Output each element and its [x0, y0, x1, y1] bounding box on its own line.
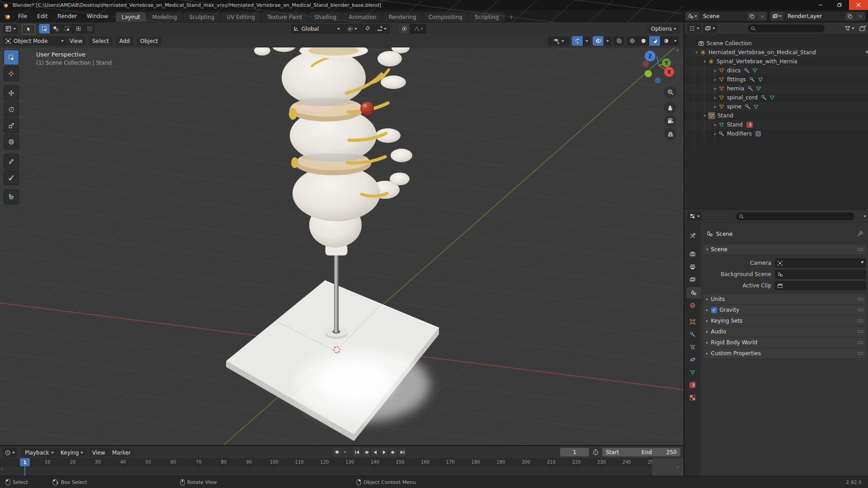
- outliner-item-label[interactable]: Scene Collection: [707, 40, 752, 47]
- pivot-point-dropdown[interactable]: [340, 24, 363, 33]
- outliner-row-scene-collection[interactable]: Scene Collection: [684, 39, 868, 48]
- outliner-row-spine[interactable]: ▸spine: [684, 102, 868, 111]
- expand-caret[interactable]: ▸: [712, 86, 718, 91]
- view-layer-remove-button[interactable]: [855, 12, 865, 21]
- select-mode-box[interactable]: [50, 24, 61, 33]
- properties-tab-scene[interactable]: [686, 287, 701, 299]
- gizmo-x-axis[interactable]: X: [664, 67, 674, 77]
- mesh-data-icon[interactable]: [752, 67, 758, 74]
- view-layer-browse-button[interactable]: [770, 12, 783, 21]
- frame-end-field[interactable]: End250: [638, 448, 680, 456]
- menu-object[interactable]: Object: [137, 36, 161, 46]
- wrench-icon[interactable]: [749, 76, 755, 83]
- outliner-item-label[interactable]: hernia: [727, 85, 744, 92]
- select-mode-tweak[interactable]: [39, 24, 50, 33]
- expand-caret[interactable]: ▾: [693, 50, 700, 55]
- properties-tab-output[interactable]: [684, 261, 701, 273]
- view-layer-new-button[interactable]: [845, 12, 855, 21]
- play-reverse-button[interactable]: [371, 448, 379, 456]
- properties-tab-object-data[interactable]: [684, 366, 701, 378]
- outliner-item-label[interactable]: discs: [727, 67, 741, 74]
- properties-tab-texture[interactable]: [684, 392, 701, 404]
- properties-tab-view-layer[interactable]: [684, 274, 701, 286]
- new-collection-button[interactable]: [859, 25, 866, 32]
- panel-custom-properties[interactable]: ▸Custom Properties: [703, 348, 866, 358]
- properties-tab-material[interactable]: [684, 379, 701, 391]
- expand-caret[interactable]: ▸: [712, 104, 718, 109]
- scene-new-button[interactable]: [747, 12, 757, 21]
- proportional-falloff-dropdown[interactable]: [410, 24, 426, 33]
- shading-rendered-button[interactable]: [660, 36, 671, 46]
- camera-field[interactable]: [775, 258, 866, 267]
- viewport-sidebar-collapse-icon[interactable]: ‹: [676, 47, 679, 53]
- properties-tab-physics[interactable]: [684, 354, 701, 366]
- transform-orientation-dropdown[interactable]: Global: [291, 24, 342, 33]
- jump-to-start-button[interactable]: [353, 448, 361, 456]
- timeline-channels-expand-icon[interactable]: ›: [1, 466, 3, 472]
- tool-select-box-button[interactable]: [4, 50, 19, 65]
- menu-marker[interactable]: Marker: [108, 448, 134, 457]
- panel-audio[interactable]: ▸Audio: [703, 327, 866, 337]
- select-mode-lasso[interactable]: [73, 24, 84, 33]
- outliner-item-label[interactable]: Stand: [727, 122, 743, 128]
- gizmos-dropdown[interactable]: [583, 36, 590, 46]
- play-button[interactable]: [380, 448, 388, 456]
- outliner-row-spinal_cord[interactable]: ▸spinal_cord: [684, 93, 868, 102]
- expand-caret[interactable]: ▸: [712, 77, 718, 82]
- object-visibility-dropdown[interactable]: [548, 36, 570, 46]
- panel-units[interactable]: ▸Units: [703, 294, 866, 304]
- active-clip-field[interactable]: [775, 281, 866, 290]
- panel-grip[interactable]: [857, 308, 863, 312]
- current-frame-line[interactable]: [24, 466, 25, 477]
- shading-solid-button[interactable]: [638, 36, 649, 46]
- outliner-row-herniated_vertebrae_on_medical_stand[interactable]: ▾Herniated_Vertebrae_on_Medical_Stand: [684, 48, 868, 57]
- menu-view[interactable]: View: [66, 36, 86, 46]
- close-button[interactable]: [849, 0, 868, 10]
- properties-tab-object[interactable]: [684, 316, 701, 328]
- material-icon[interactable]: [746, 121, 753, 128]
- wrench-icon[interactable]: [744, 67, 750, 74]
- expand-caret[interactable]: ▸: [712, 95, 718, 100]
- shading-dropdown[interactable]: [672, 36, 679, 46]
- outliner-row-spinal_vertebrae_with_hernia[interactable]: ▾Spinal_Vertebrae_with_Hernia: [684, 57, 868, 66]
- timeline-editor-type-button[interactable]: [3, 448, 17, 457]
- hide-toggle-eye-icon[interactable]: [865, 49, 868, 55]
- tool-rotate-button[interactable]: [4, 102, 19, 117]
- outliner-item-label[interactable]: spine: [727, 103, 741, 110]
- panel-grip[interactable]: [857, 330, 863, 333]
- timeline-ruler[interactable]: 1020304050607080901001101201301401501601…: [0, 458, 652, 467]
- wrench-icon[interactable]: [745, 103, 751, 110]
- outliner-item-label[interactable]: Herniated_Vertebrae_on_Medical_Stand: [708, 49, 816, 56]
- scene-panel-header[interactable]: ▾ Scene: [703, 244, 866, 254]
- hernia-bulge[interactable]: [360, 102, 374, 115]
- mesh-data-icon[interactable]: [757, 76, 764, 83]
- mode-dropdown[interactable]: Object Mode: [3, 36, 66, 46]
- use-preview-range-toggle[interactable]: [592, 449, 599, 455]
- options-dropdown[interactable]: Options: [647, 24, 680, 33]
- pan-view-button[interactable]: [664, 102, 676, 114]
- stand-pole[interactable]: [334, 251, 339, 333]
- zoom-view-button[interactable]: [664, 86, 676, 98]
- tool-add-cube-button[interactable]: [4, 189, 19, 205]
- subsurf-icon[interactable]: [755, 131, 761, 137]
- menu-playback[interactable]: Playback: [21, 448, 57, 457]
- mesh-data-icon[interactable]: [769, 94, 775, 101]
- menu-add[interactable]: Add: [116, 36, 133, 46]
- timeline-tracks[interactable]: [0, 467, 684, 477]
- menu-select[interactable]: Select: [89, 36, 113, 46]
- wrench-icon[interactable]: [747, 85, 754, 92]
- outliner-item-label[interactable]: Stand: [717, 113, 733, 119]
- wrench-icon[interactable]: [761, 94, 767, 101]
- mesh-data-icon[interactable]: [753, 103, 759, 110]
- shading-material-button[interactable]: [649, 36, 660, 46]
- overlays-dropdown[interactable]: [604, 36, 611, 46]
- properties-tab-modifiers[interactable]: [684, 328, 701, 340]
- tool-scale-button[interactable]: [4, 118, 19, 133]
- expand-caret[interactable]: ▾: [702, 113, 708, 118]
- current-frame-marker[interactable]: 1: [20, 458, 30, 466]
- scene-unlink-button[interactable]: [757, 12, 767, 21]
- outliner-filter-dropdown[interactable]: [844, 25, 854, 32]
- panel-grip[interactable]: [857, 352, 863, 355]
- outliner-row-discs[interactable]: ▸discs: [684, 66, 868, 75]
- menu-tl-view[interactable]: View: [89, 448, 108, 457]
